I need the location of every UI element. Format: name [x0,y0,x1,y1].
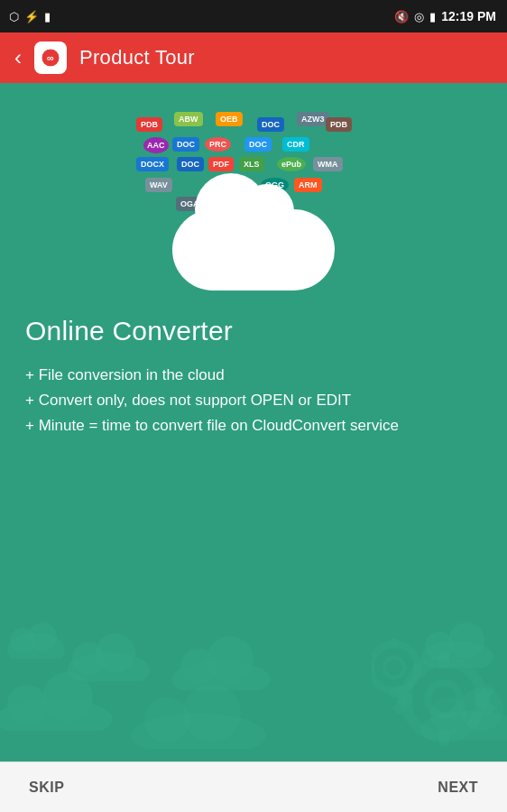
svg-text:∞: ∞ [47,52,54,63]
file-tag-arm: ARM [294,178,322,192]
svg-rect-35 [391,638,398,649]
content-title: Online Converter [25,316,482,346]
file-tag-docx: DOCX [136,157,169,171]
file-tag-cdr: CDR [282,137,309,152]
svg-rect-25 [438,652,449,669]
app-icon: ∞ [34,42,67,74]
file-tag-doc2: DOC [172,137,199,152]
file-tag-aac1: AAC [143,137,169,153]
svg-point-10 [207,636,254,683]
back-button[interactable]: ‹ [14,45,22,70]
content-text: Online Converter + File conversion in th… [25,316,482,438]
main-content: PDB ABW OEB DOC AZW3 PDB AAC DOC PRC DOC… [0,83,507,761]
file-tag-pdf1: PDF [208,157,234,171]
app-bar: ‹ ∞ Product Tour [0,32,507,83]
bg-cloud-5 [0,672,117,734]
svg-point-16 [42,672,93,723]
svg-point-24 [428,683,460,715]
mute-icon: 🔇 [394,10,409,23]
bg-cloud-6 [126,686,271,752]
file-tag-abw: ABW [174,112,203,126]
bullet-2: + Convert only, does not support OPEN or… [25,388,482,413]
file-tag-wav: WAV [145,178,172,192]
cloud-shape [172,209,335,291]
file-tag-oeb: OEB [216,112,243,126]
svg-point-15 [7,685,47,724]
file-tag-doc4: DOC [177,157,204,171]
file-tag-azw3: AZW3 [297,112,329,126]
bullet-1: + File conversion in the cloud [25,363,482,388]
file-tag-prc: PRC [205,137,231,152]
bottom-bar: SKIP NEXT [0,761,507,812]
status-bar: ⬡ ⚡ ▮ 🔇 ◎ ▮ 12:19 PM [0,0,507,32]
svg-point-34 [384,658,404,678]
charge-icon: ⚡ [24,10,39,23]
battery-full-icon: ▮ [429,10,436,23]
file-tag-doc3: DOC [244,137,272,152]
status-time: 12:19 PM [441,9,496,23]
file-tag-doc1: DOC [257,117,284,132]
file-tag-pdb1: PDB [136,117,162,132]
file-tag-wma: WMA [313,157,343,171]
cloud-main [172,209,335,291]
gear-decoration [372,623,507,752]
svg-point-18 [144,697,189,743]
svg-point-7 [96,633,135,673]
skip-button[interactable]: SKIP [22,772,71,803]
bg-cloud-1 [5,621,68,662]
next-button[interactable]: NEXT [430,772,485,803]
status-left-icons: ⬡ ⚡ ▮ [9,0,51,32]
usb-icon: ⬡ [9,10,19,23]
battery-icon: ▮ [44,10,51,23]
svg-point-19 [183,686,241,742]
content-body: + File conversion in the cloud + Convert… [25,363,482,438]
file-tag-epub: ePub [277,157,306,171]
alarm-icon: ◎ [414,10,424,23]
file-tag-pdb2: PDB [326,117,352,132]
svg-rect-36 [391,687,398,697]
svg-rect-26 [438,730,449,746]
app-bar-title: Product Tour [79,46,195,69]
status-right-icons: 🔇 ◎ ▮ 12:19 PM [394,9,496,23]
file-tag-xls: XLS [239,157,264,171]
bullet-3: + Minute = time to convert file on Cloud… [25,413,482,438]
cloud-illustration: PDB ABW OEB DOC AZW3 PDB AAC DOC PRC DOC… [25,110,482,291]
svg-point-4 [28,623,57,651]
